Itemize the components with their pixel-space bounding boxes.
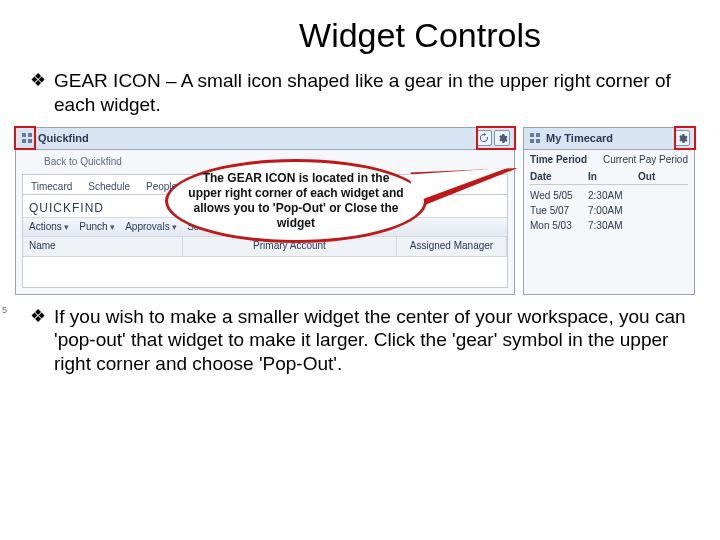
gear-icon[interactable] [674, 130, 690, 146]
widget-grab-icon [528, 131, 542, 145]
bullet-gear-icon: ❖ GEAR ICON – A small icon shaped like a… [30, 69, 690, 117]
svg-rect-6 [530, 139, 534, 143]
cell-date: Mon 5/03 [530, 220, 588, 231]
toolbar-approvals[interactable]: Approvals [125, 221, 177, 232]
col-out: Out [638, 171, 678, 182]
svg-rect-4 [530, 133, 534, 137]
table-row: Wed 5/05 2:30AM [530, 188, 688, 203]
callout-bubble: The GEAR ICON is located in the upper ri… [165, 159, 427, 243]
page-marker: 5 [2, 305, 7, 315]
col-in: In [588, 171, 638, 182]
page-title: Widget Controls [150, 16, 690, 55]
toolbar-actions[interactable]: Actions [29, 221, 69, 232]
timecard-table: Date In Out Wed 5/05 2:30AM Tue 5/07 7:0… [530, 171, 688, 233]
time-period-label: Time Period [530, 154, 587, 165]
widget-grab-icon [20, 131, 34, 145]
bullet-text: If you wish to make a smaller widget the… [54, 305, 690, 376]
col-name: Name [23, 237, 183, 256]
cell-in: 7:30AM [588, 220, 638, 231]
back-button[interactable] [22, 154, 40, 172]
toolbar-punch[interactable]: Punch [79, 221, 115, 232]
cell-date: Wed 5/05 [530, 190, 588, 201]
cell-in: 7:00AM [588, 205, 638, 216]
svg-rect-5 [536, 133, 540, 137]
bullet-popout: ❖ If you wish to make a smaller widget t… [30, 305, 690, 376]
svg-rect-2 [22, 139, 26, 143]
svg-rect-1 [28, 133, 32, 137]
timecard-widget-header: My Timecard [524, 128, 694, 150]
cell-date: Tue 5/07 [530, 205, 588, 216]
quickfind-widget-header: Quickfind [16, 128, 514, 150]
callout-text: The GEAR ICON is located in the upper ri… [186, 171, 406, 231]
bullet-diamond-icon: ❖ [30, 305, 46, 328]
refresh-icon[interactable] [476, 130, 492, 146]
svg-rect-3 [28, 139, 32, 143]
quickfind-title: Quickfind [38, 132, 89, 144]
timecard-subheader: Time Period Current Pay Period [524, 150, 694, 167]
svg-rect-0 [22, 133, 26, 137]
tab-schedule[interactable]: Schedule [84, 179, 134, 194]
table-header: Date In Out [530, 171, 688, 185]
pay-period-label: Current Pay Period [603, 154, 688, 165]
table-row: Tue 5/07 7:00AM [530, 203, 688, 218]
back-label[interactable]: Back to Quickfind [44, 156, 122, 167]
tab-timecard[interactable]: Timecard [27, 179, 76, 194]
cell-out [638, 190, 678, 201]
bullet-diamond-icon: ❖ [30, 69, 46, 92]
cell-out [638, 205, 678, 216]
timecard-title: My Timecard [546, 132, 613, 144]
col-manager: Assigned Manager [397, 237, 507, 256]
cell-out [638, 220, 678, 231]
timecard-widget: My Timecard Time Period Current Pay Peri… [523, 127, 695, 295]
col-date: Date [530, 171, 588, 182]
table-row: Mon 5/03 7:30AM [530, 218, 688, 233]
bullet-text: GEAR ICON – A small icon shaped like a g… [54, 69, 690, 117]
screenshot-region: Quickfind Back to Quickfind Timecard Sch… [15, 127, 695, 295]
cell-in: 2:30AM [588, 190, 638, 201]
gear-icon[interactable] [494, 130, 510, 146]
svg-rect-7 [536, 139, 540, 143]
